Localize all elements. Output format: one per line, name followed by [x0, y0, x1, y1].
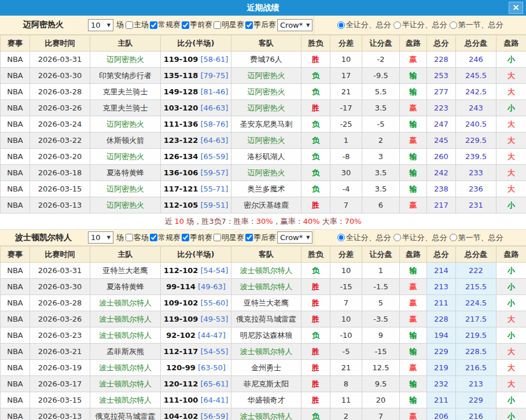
- column-header: 盘路: [400, 246, 427, 263]
- checkbox-input[interactable]: [126, 21, 133, 29]
- filter-checkbox-常规赛[interactable]: 常规赛: [149, 233, 181, 243]
- home-team-cell: 印第安纳步行者: [90, 68, 161, 84]
- games-count-select[interactable]: 10 ▼: [88, 19, 113, 31]
- radio-input[interactable]: [450, 21, 457, 29]
- checkbox-input[interactable]: [245, 234, 253, 241]
- radio-input[interactable]: [337, 234, 345, 241]
- home-team-cell: 迈阿密热火: [90, 51, 161, 68]
- handicap-cell: -5: [362, 116, 400, 132]
- score-cell: 126-134 [65-59]: [161, 149, 231, 165]
- result-cell: 负: [301, 408, 330, 420]
- diff-cell: -10: [330, 327, 362, 344]
- total-result-cell: 小: [496, 51, 526, 68]
- odds-company-select[interactable]: Crow* ▼: [277, 19, 312, 31]
- radio-input[interactable]: [337, 21, 345, 29]
- filter-checkbox-主场[interactable]: 主场: [124, 20, 149, 30]
- total-line-cell: 215.5: [456, 279, 496, 295]
- diff-cell: 10: [330, 311, 362, 327]
- game-row: NBA2026-03-26克里夫兰骑士103-120 [46-63]迈阿密热火胜…: [1, 100, 526, 116]
- filter-checkbox-客场[interactable]: 客场: [124, 233, 149, 243]
- odds-company-value: Crow*: [280, 21, 303, 30]
- radio-第一节、总分[interactable]: 第一节、总分: [450, 20, 503, 30]
- result-cell: 胜: [301, 197, 330, 213]
- handicap-result-cell: 输: [400, 376, 427, 392]
- total-line-cell: 240.5: [456, 116, 496, 132]
- radio-半让分、总分[interactable]: 半让分、总分: [393, 233, 447, 243]
- results-table: 赛事比赛时间主队比分(半场)客队胜负分差让分盘盘路总分总分盘盘路 NBA2026…: [0, 246, 526, 420]
- diff-cell: 8: [330, 376, 362, 392]
- total-result-cell: 小: [496, 392, 526, 408]
- chevron-down-icon: ▼: [306, 235, 310, 240]
- diff-cell: -4: [330, 181, 362, 197]
- total-result-cell: 小: [496, 263, 526, 279]
- radio-半让分、总分[interactable]: 半让分、总分: [393, 20, 447, 30]
- filter-checkbox-明星赛[interactable]: 明星赛: [212, 20, 244, 30]
- home-team-cell: 孟菲斯灰熊: [90, 344, 161, 360]
- total-line-cell: 216.5: [456, 360, 496, 376]
- summary-stat-value: 30%: [256, 217, 273, 226]
- game-row: NBA2026-03-28波士顿凯尔特人109-102 [55-60]亚特兰大老…: [1, 295, 526, 311]
- handicap-result-cell: 输: [400, 392, 427, 408]
- filter-checkbox-常规赛[interactable]: 常规赛: [149, 20, 181, 30]
- handicap-result-cell: 输: [400, 327, 427, 344]
- away-team-cell: 迈阿密热火: [231, 68, 301, 84]
- result-cell: 胜: [301, 392, 330, 408]
- score-cell: 120-112 [65-61]: [161, 376, 231, 392]
- checkbox-input[interactable]: [126, 234, 133, 241]
- radio-input[interactable]: [450, 234, 457, 241]
- checkbox-input[interactable]: [182, 234, 189, 241]
- filter-checkbox-季前赛[interactable]: 季前赛: [181, 233, 212, 243]
- home-team-cell: 夏洛特黄蜂: [90, 279, 161, 295]
- diff-cell: -8: [330, 149, 362, 165]
- diff-cell: 1: [330, 132, 362, 149]
- checkbox-input[interactable]: [214, 21, 221, 29]
- filter-checkbox-季后赛[interactable]: 季后赛: [244, 233, 276, 243]
- total-line-cell: 229.5: [456, 132, 496, 149]
- radio-input[interactable]: [393, 234, 401, 241]
- total-line-cell: 222: [456, 263, 496, 279]
- total-cell: 206: [427, 408, 456, 420]
- score-cell: 104-102 [56-59]: [161, 408, 231, 420]
- total-cell: 223: [427, 100, 456, 116]
- total-cell: 194: [427, 327, 456, 344]
- total-result-cell: 小: [496, 327, 526, 344]
- checkbox-input[interactable]: [182, 21, 189, 29]
- total-cell: 238: [427, 181, 456, 197]
- column-header: 盘路: [496, 35, 526, 51]
- results-table: 赛事比赛时间主队比分(半场)客队胜负分差让分盘盘路总分总分盘盘路 NBA2026…: [0, 35, 526, 213]
- odds-company-select[interactable]: Crow* ▼: [277, 231, 312, 244]
- radio-全让分、总分[interactable]: 全让分、总分: [337, 233, 391, 243]
- league-cell: NBA: [1, 376, 30, 392]
- games-count-select[interactable]: 10 ▼: [88, 231, 113, 244]
- total-line-cell: 224.5: [456, 295, 496, 311]
- filter-checkbox-季前赛[interactable]: 季前赛: [181, 20, 212, 30]
- away-team-cell: 波士顿凯尔特人: [231, 408, 301, 420]
- home-team-cell: 克里夫兰骑士: [90, 84, 161, 100]
- checkbox-input[interactable]: [150, 21, 157, 29]
- checkbox-input[interactable]: [214, 234, 221, 241]
- away-team-cell: 密尔沃基雄鹿: [231, 197, 301, 213]
- away-team-cell: 洛杉矶湖人: [231, 149, 301, 165]
- checkbox-input[interactable]: [150, 234, 157, 241]
- odds-mode-radio-group: 全让分、总分半让分、总分第一节、总分: [314, 230, 526, 245]
- filter-checkbox-季后赛[interactable]: 季后赛: [244, 20, 276, 30]
- column-header: 胜负: [301, 35, 330, 51]
- handicap-cell: -2: [362, 51, 400, 68]
- close-button[interactable]: ✕: [509, 2, 523, 14]
- total-line-cell: 236: [456, 181, 496, 197]
- date-cell: 2026-03-24: [30, 116, 90, 132]
- league-cell: NBA: [1, 197, 30, 213]
- result-cell: 负: [301, 327, 330, 344]
- total-line-cell: 239.5: [456, 149, 496, 165]
- radio-全让分、总分[interactable]: 全让分、总分: [337, 20, 391, 30]
- radio-input[interactable]: [393, 21, 401, 29]
- table-header-row: 赛事比赛时间主队比分(半场)客队胜负分差让分盘盘路总分总分盘盘路: [1, 246, 526, 263]
- away-team-cell: 迈阿密热火: [231, 84, 301, 100]
- result-cell: 负: [301, 132, 330, 149]
- checkbox-input[interactable]: [245, 21, 253, 29]
- home-team-cell: 夏洛特黄蜂: [90, 165, 161, 181]
- filter-checkbox-明星赛[interactable]: 明星赛: [212, 233, 244, 243]
- result-cell: 负: [301, 68, 330, 84]
- radio-第一节、总分[interactable]: 第一节、总分: [450, 233, 503, 243]
- away-team-cell: 迈阿密热火: [231, 132, 301, 149]
